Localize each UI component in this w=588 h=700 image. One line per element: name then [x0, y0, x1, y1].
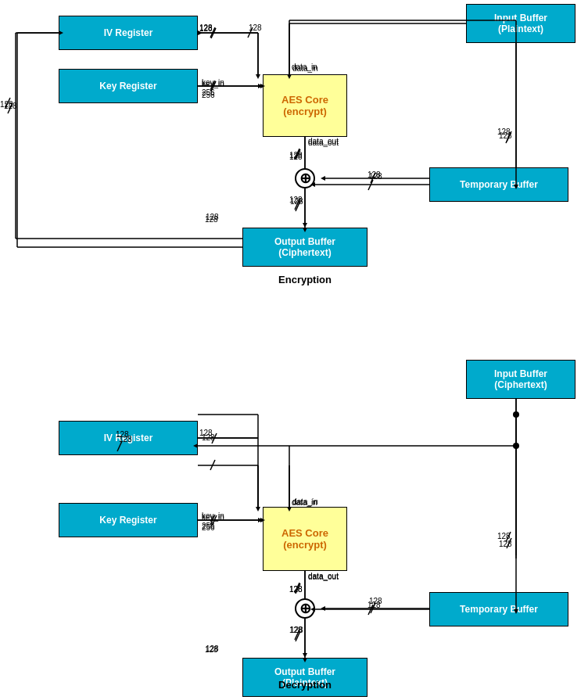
aes-core-dec: AES Core (encrypt) — [263, 507, 347, 571]
lbl-datain-enc: data_in — [292, 63, 317, 71]
key-register-dec: Key Register — [59, 503, 198, 537]
temp-buffer-enc: Temporary Buffer — [429, 167, 568, 202]
svg-marker-100 — [256, 507, 260, 512]
lbl-128-xorright-dec: 128 — [369, 597, 382, 605]
iv-register-enc: IV Register — [59, 16, 198, 50]
lbl-128-inbuf-enc: 128 — [499, 131, 512, 140]
lbl-256-enc: 256 — [202, 88, 215, 97]
svg-marker-15 — [321, 176, 325, 181]
aes-core-enc: AES Core (encrypt) — [263, 74, 347, 137]
svg-marker-49 — [321, 606, 325, 611]
input-buffer-dec: Input Buffer (Ciphertext) — [466, 360, 575, 399]
lbl-128-ivfeed-dec: 128 — [119, 435, 132, 443]
lbl-keyin-dec: key_in — [202, 512, 224, 520]
temp-buffer-dec: Temporary Buffer — [429, 592, 568, 626]
enc-title: Encryption — [242, 274, 368, 285]
svg-line-82 — [368, 180, 373, 190]
lbl-128-iv-enc2: 128 — [199, 24, 213, 33]
xor-enc: ⊕ — [295, 168, 315, 188]
lbl-128-outbuf-dec: 128 — [206, 644, 219, 653]
label-128-top-enc: 128 — [249, 23, 262, 32]
svg-marker-63 — [256, 74, 260, 79]
xor-dec: ⊕ — [295, 598, 315, 619]
dec-title: Decryption — [242, 679, 368, 691]
lbl-128-aesout-dec: 128 — [289, 585, 303, 594]
svg-point-27 — [513, 411, 519, 418]
diagram-container: IV Register Key Register AES Core (encry… — [0, 0, 588, 700]
lbl-dataout-dec: data_out — [308, 573, 339, 581]
lbl-128-left-enc: 128 — [4, 102, 17, 110]
svg-point-92 — [513, 443, 519, 449]
output-buffer-enc: Output Buffer (Ciphertext) — [242, 228, 368, 267]
input-buffer-enc: Input Buffer (Plaintext) — [466, 4, 575, 43]
lbl-datain-dec: data_in — [292, 498, 317, 507]
lbl-128-xorout-enc: 128 — [290, 197, 303, 206]
output-buffer-dec: Output Buffer (Plaintext) — [242, 658, 368, 697]
lbl-128-xorout-dec: 128 — [290, 626, 303, 634]
lbl-256-dec: 256 — [202, 522, 215, 530]
lbl-128-inbuf-dec: 128 — [499, 540, 512, 548]
lbl-keyin-enc: key_in — [202, 78, 224, 87]
lbl-dataout-enc: data_out — [308, 138, 339, 147]
lbl-128-aesout-enc: 128 — [289, 151, 303, 160]
svg-line-32 — [210, 460, 215, 470]
key-register-enc: Key Register — [59, 69, 198, 103]
lbl-128-iv-dec: 128 — [202, 433, 215, 442]
lbl-128-xorright-enc: 128 — [369, 172, 382, 181]
lbl-128-outbuf-enc: 128 — [206, 213, 219, 221]
